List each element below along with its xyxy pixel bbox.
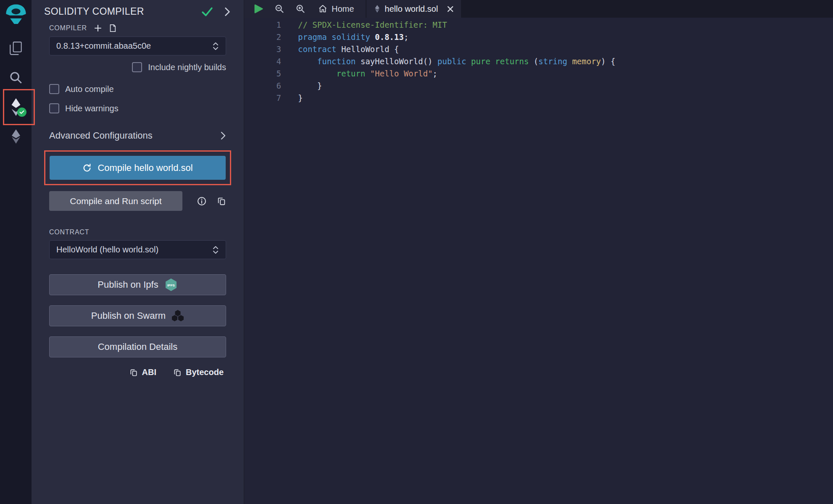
code-editor[interactable]: 1// SPDX-License-Identifier: MIT2pragma … bbox=[244, 18, 833, 504]
tab-close-icon[interactable] bbox=[447, 6, 453, 12]
code-line[interactable]: 4 function sayHelloWorld() public pure r… bbox=[244, 55, 833, 68]
copy-abi-button[interactable]: ABI bbox=[129, 368, 156, 377]
editor-area: Home hello world.sol 1// SPDX-License-Id… bbox=[244, 0, 833, 504]
compile-success-badge bbox=[17, 108, 26, 117]
contract-section-label: CONTRACT bbox=[49, 228, 226, 236]
solidity-compiler-icon[interactable] bbox=[0, 92, 32, 122]
swarm-icon bbox=[171, 310, 184, 322]
code-lines: 1// SPDX-License-Identifier: MIT2pragma … bbox=[244, 19, 833, 104]
auto-compile-label: Auto compile bbox=[65, 84, 114, 94]
search-icon[interactable] bbox=[0, 63, 32, 92]
info-icon[interactable] bbox=[197, 196, 207, 206]
publish-ipfs-button[interactable]: Publish on Ipfs IPFS bbox=[49, 274, 226, 295]
code-line[interactable]: 2pragma solidity 0.8.13; bbox=[244, 31, 833, 43]
compile-button[interactable]: Compile hello world.sol bbox=[50, 156, 226, 180]
svg-text:IPFS: IPFS bbox=[167, 284, 175, 287]
publish-swarm-button[interactable]: Publish on Swarm bbox=[49, 305, 226, 326]
tab-home-label: Home bbox=[332, 4, 354, 14]
tab-label: hello world.sol bbox=[385, 4, 438, 14]
code-line[interactable]: 1// SPDX-License-Identifier: MIT bbox=[244, 19, 833, 31]
compiler-section-label: COMPILER bbox=[49, 24, 87, 32]
auto-compile-row: Auto compile bbox=[49, 84, 226, 94]
hide-warnings-label: Hide warnings bbox=[65, 104, 119, 113]
select-updown-icon bbox=[212, 42, 219, 51]
panel-collapse-chevron-icon[interactable] bbox=[224, 7, 231, 16]
add-compiler-icon[interactable] bbox=[94, 24, 102, 32]
select-updown-icon bbox=[212, 245, 219, 255]
file-explorer-icon[interactable] bbox=[0, 34, 32, 63]
code-line[interactable]: 3contract HelloWorld { bbox=[244, 43, 833, 55]
zoom-in-icon[interactable] bbox=[295, 4, 306, 14]
activity-bar bbox=[0, 0, 32, 504]
publish-ipfs-label: Publish on Ipfs bbox=[98, 279, 158, 290]
remix-ide-window: SOLIDITY COMPILER COMPILER 0.8.13+commit… bbox=[0, 0, 833, 504]
compiler-version-value: 0.8.13+commit.abaa5c0e bbox=[56, 41, 151, 51]
editor-toolbar: Home bbox=[244, 0, 366, 18]
nightly-checkbox[interactable] bbox=[132, 62, 142, 72]
compiler-config-file-icon[interactable] bbox=[109, 24, 116, 32]
compile-and-run-button[interactable]: Compile and Run script bbox=[49, 191, 182, 211]
compilation-details-label: Compilation Details bbox=[98, 341, 178, 352]
advanced-configurations-toggle[interactable]: Advanced Configurations bbox=[49, 130, 226, 141]
solidity-file-icon bbox=[374, 5, 380, 13]
hide-warnings-row: Hide warnings bbox=[49, 103, 226, 113]
publish-swarm-label: Publish on Swarm bbox=[91, 310, 166, 321]
ipfs-icon: IPFS bbox=[164, 278, 178, 291]
abi-label: ABI bbox=[142, 368, 156, 377]
code-line[interactable]: 6 } bbox=[244, 80, 833, 92]
contract-select-value: HelloWorld (hello world.sol) bbox=[56, 245, 158, 255]
tab-strip-spacer bbox=[461, 0, 833, 18]
deploy-and-run-icon[interactable] bbox=[0, 122, 32, 151]
compiler-version-select[interactable]: 0.8.13+commit.abaa5c0e bbox=[49, 37, 226, 55]
zoom-out-icon[interactable] bbox=[274, 4, 285, 14]
hide-warnings-checkbox[interactable] bbox=[49, 103, 59, 113]
compile-button-label: Compile hello world.sol bbox=[98, 163, 192, 173]
panel-title: SOLIDITY COMPILER bbox=[44, 6, 202, 17]
nightly-label: Include nightly builds bbox=[148, 63, 226, 72]
compiled-check-icon bbox=[202, 7, 213, 17]
remix-logo[interactable] bbox=[3, 3, 29, 27]
tab-home[interactable]: Home bbox=[318, 4, 356, 14]
solidity-compiler-panel: SOLIDITY COMPILER COMPILER 0.8.13+commit… bbox=[32, 0, 244, 504]
tab-strip: Home hello world.sol bbox=[244, 0, 833, 18]
run-script-play-icon[interactable] bbox=[253, 4, 264, 14]
refresh-icon bbox=[82, 163, 92, 173]
auto-compile-checkbox[interactable] bbox=[49, 84, 59, 94]
compile-and-run-label: Compile and Run script bbox=[70, 196, 161, 206]
advanced-configurations-label: Advanced Configurations bbox=[49, 130, 153, 141]
compilation-details-button[interactable]: Compilation Details bbox=[49, 336, 226, 357]
code-line[interactable]: 7} bbox=[244, 92, 833, 104]
annotation-rect-compile-button: Compile hello world.sol bbox=[44, 150, 231, 185]
tab-hello-world-sol[interactable]: hello world.sol bbox=[366, 0, 461, 18]
code-line[interactable]: 5 return "Hello World"; bbox=[244, 68, 833, 80]
contract-select[interactable]: HelloWorld (hello world.sol) bbox=[49, 240, 226, 259]
copy-bytecode-button[interactable]: Bytecode bbox=[173, 368, 224, 377]
bytecode-label: Bytecode bbox=[186, 368, 224, 377]
include-nightly-row: Include nightly builds bbox=[49, 62, 226, 72]
copy-icon[interactable] bbox=[217, 197, 226, 206]
